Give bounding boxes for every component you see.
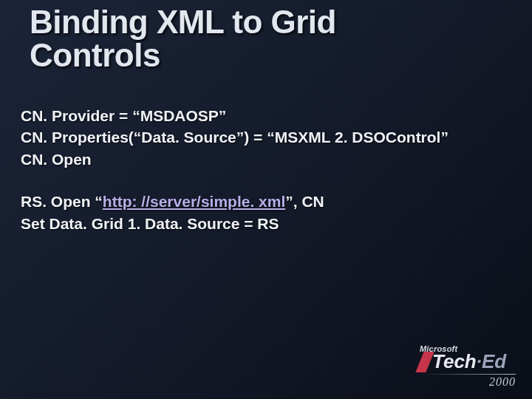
code-line: CN. Provider = “MSDAOSP” — [21, 105, 511, 126]
code-block-2: RS. Open “http: //server/simple. xml”, C… — [21, 191, 511, 234]
logo-tech: Tech — [432, 350, 477, 372]
divider — [420, 374, 516, 375]
code-line: CN. Properties(“Data. Source”) = “MSXML … — [21, 126, 511, 148]
slide: Binding XML to Grid Controls CN. Provide… — [0, 0, 532, 399]
text-run: RS. Open “ — [21, 193, 103, 210]
code-line: CN. Open — [21, 149, 511, 170]
url-text: http: //server/simple. xml — [103, 193, 285, 210]
slide-body: CN. Provider = “MSDAOSP” CN. Properties(… — [21, 105, 511, 234]
logo-year: 2000 — [420, 375, 516, 389]
text-run: ”, CN — [285, 193, 324, 210]
code-line: RS. Open “http: //server/simple. xml”, C… — [21, 191, 511, 212]
teched-logo: Microsoft Tech·Ed 2000 — [420, 344, 516, 389]
logo-ed: ·Ed — [477, 350, 506, 372]
slash-icon — [415, 352, 434, 372]
code-block-1: CN. Provider = “MSDAOSP” CN. Properties(… — [21, 105, 511, 170]
slide-title: Binding XML to Grid Controls — [30, 6, 336, 72]
title-line-1: Binding XML to Grid — [30, 4, 336, 40]
code-line: Set Data. Grid 1. Data. Source = RS — [21, 213, 511, 234]
title-line-2: Controls — [30, 37, 160, 73]
teched-wordmark: Tech·Ed — [420, 352, 516, 372]
